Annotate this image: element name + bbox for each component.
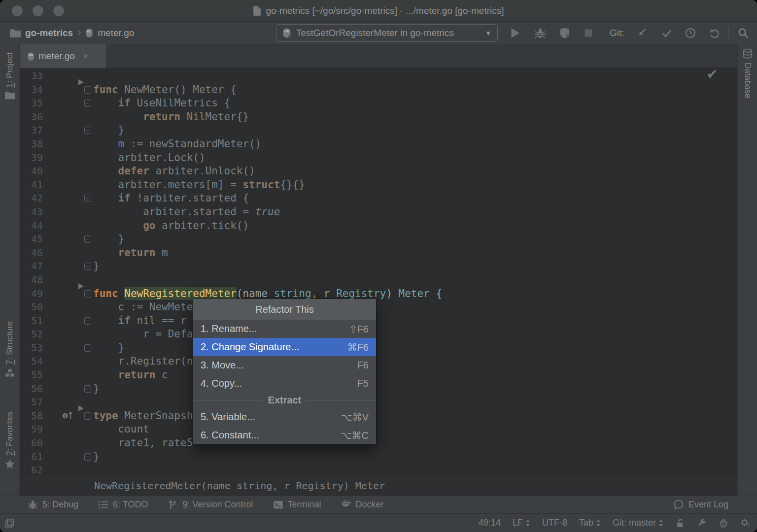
fold-marker-icon[interactable] bbox=[84, 263, 91, 270]
editor: meter.go × 33343536373839404142434445464… bbox=[20, 44, 737, 496]
gear-help-icon[interactable]: ? bbox=[740, 518, 750, 528]
tool-window-button-event-log[interactable]: Event Log bbox=[674, 499, 728, 510]
search-icon[interactable] bbox=[737, 27, 749, 39]
code-line[interactable]: func NewMeter() Meter { bbox=[93, 83, 737, 97]
popup-menu-item[interactable]: 5. Variable...⌥⌘V bbox=[193, 408, 376, 426]
git-update-icon[interactable] bbox=[636, 27, 648, 39]
code-line[interactable]: go arbiter.tick() bbox=[93, 219, 737, 233]
fold-marker-icon[interactable] bbox=[84, 127, 91, 134]
sidebar-item-favorites[interactable]: 2: Favorites bbox=[0, 412, 20, 469]
tool-window-button-docker[interactable]: Docker bbox=[341, 499, 384, 510]
line-separator-widget[interactable]: LF bbox=[513, 518, 530, 528]
run-with-coverage-button[interactable] bbox=[559, 27, 571, 39]
unlock-icon[interactable] bbox=[675, 518, 685, 528]
line-number: 36 bbox=[20, 110, 43, 124]
fold-marker-icon[interactable] bbox=[84, 195, 91, 202]
code-line[interactable]: } bbox=[93, 450, 737, 464]
editor-context-breadcrumb[interactable]: NewRegisteredMeter(name string, r Regist… bbox=[20, 476, 737, 496]
sidebar-item-project[interactable]: 1: Project bbox=[0, 52, 20, 101]
code-line[interactable]: } bbox=[93, 233, 737, 246]
ide-errors-gopher-icon[interactable] bbox=[719, 518, 728, 528]
close-window-button[interactable] bbox=[12, 5, 23, 16]
code-line[interactable]: return NilMeter{} bbox=[93, 110, 737, 124]
popup-menu-item[interactable]: 2. Change Signature...⌘F6 bbox=[193, 338, 376, 356]
code-line[interactable]: return m bbox=[93, 246, 737, 260]
breadcrumb-file[interactable]: meter.go bbox=[98, 28, 134, 38]
code-line[interactable]: r.Register(n bbox=[93, 355, 737, 368]
encoding-widget[interactable]: UTF-8 bbox=[542, 518, 567, 528]
wrench-icon[interactable] bbox=[697, 518, 707, 528]
code-line[interactable]: rate1, rate5 bbox=[93, 436, 737, 450]
sidebar-item-database[interactable]: Database bbox=[738, 48, 757, 99]
tool-window-button-9-version-control[interactable]: 9: Version Control bbox=[168, 499, 253, 510]
code-line[interactable]: } bbox=[93, 124, 737, 137]
tool-windows-toggle-icon[interactable] bbox=[5, 518, 15, 528]
code-line[interactable]: func NewRegisteredMeter(name string, r R… bbox=[93, 287, 737, 301]
code-line[interactable]: m := newStandardMeter() bbox=[93, 137, 737, 151]
sidebar-item-structure[interactable]: 7: Structure bbox=[0, 321, 20, 378]
implemented-gutter-icon[interactable]: i bbox=[62, 411, 74, 421]
git-branch-widget[interactable]: Git: master bbox=[613, 518, 663, 528]
code-line[interactable] bbox=[93, 69, 737, 83]
code-line[interactable]: return c bbox=[93, 368, 737, 382]
code-area[interactable]: 3334353637383940414243444546474849505152… bbox=[20, 68, 737, 476]
toolbar-separator bbox=[601, 27, 601, 39]
tab-label: meter.go bbox=[38, 51, 75, 62]
code-line[interactable]: if !arbiter.started { bbox=[93, 192, 737, 205]
fold-marker-icon[interactable] bbox=[84, 412, 91, 420]
fold-marker-icon[interactable] bbox=[84, 290, 91, 298]
history-clock-icon[interactable] bbox=[685, 27, 696, 39]
close-tab-icon[interactable]: × bbox=[83, 51, 88, 62]
fold-marker-icon[interactable] bbox=[84, 86, 91, 94]
code-text[interactable]: func NewMeter() Meter { if UseNilMetrics… bbox=[93, 69, 737, 476]
code-line[interactable]: arbiter.Lock() bbox=[93, 151, 737, 165]
tool-window-button-6-todo[interactable]: 6: TODO bbox=[98, 499, 148, 510]
fold-marker-icon[interactable] bbox=[84, 344, 91, 352]
code-line[interactable]: if UseNilMetrics { bbox=[93, 97, 737, 110]
popup-menu-item[interactable]: 1. Rename...⇧F6 bbox=[193, 320, 376, 338]
run-gutter-icon[interactable] bbox=[77, 79, 84, 86]
code-line[interactable]: r = Defa bbox=[93, 328, 737, 341]
code-line[interactable]: arbiter.meters[m] = struct{}{} bbox=[93, 178, 737, 192]
code-line[interactable]: c := NewMete bbox=[93, 300, 737, 314]
git-commit-icon[interactable] bbox=[661, 27, 673, 39]
code-line[interactable]: defer arbiter.Unlock() bbox=[93, 165, 737, 178]
tool-window-button-terminal[interactable]: Terminal bbox=[273, 499, 321, 510]
breadcrumb-project[interactable]: go-metrics bbox=[25, 28, 73, 38]
code-line[interactable]: count bbox=[93, 423, 737, 436]
popup-title: Refactor This bbox=[193, 299, 376, 320]
stop-button[interactable] bbox=[583, 27, 594, 39]
indent-widget[interactable]: Tab bbox=[579, 518, 601, 528]
tool-window-button-5-debug[interactable]: 5: Debug bbox=[28, 499, 78, 510]
gopher-file-icon bbox=[85, 28, 93, 38]
menu-item-shortcut: ⌥⌘V bbox=[341, 411, 369, 423]
code-line[interactable]: arbiter.started = true bbox=[93, 205, 737, 219]
fold-marker-icon[interactable] bbox=[84, 235, 91, 243]
fold-marker-icon[interactable] bbox=[84, 453, 91, 461]
fold-marker-icon[interactable] bbox=[84, 100, 91, 107]
inspection-status-icon[interactable]: ✔ bbox=[707, 68, 718, 82]
code-line[interactable]: } bbox=[93, 382, 737, 396]
code-line[interactable]: type MeterSnapsh bbox=[93, 409, 737, 423]
run-configuration-select[interactable]: TestGetOrRegisterMeter in go-metrics ▼ bbox=[276, 24, 498, 42]
run-gutter-icon[interactable] bbox=[77, 405, 84, 412]
run-button[interactable] bbox=[509, 27, 521, 39]
debug-button[interactable] bbox=[534, 27, 546, 39]
code-line[interactable]: if nil == r bbox=[93, 314, 737, 328]
popup-menu-item[interactable]: 4. Copy...F5 bbox=[193, 374, 376, 393]
caret-position[interactable]: 49:14 bbox=[479, 518, 501, 528]
code-line[interactable] bbox=[93, 396, 737, 409]
fold-marker-icon[interactable] bbox=[84, 317, 91, 325]
tab-meter-go[interactable]: meter.go × bbox=[20, 44, 106, 68]
popup-menu-item[interactable]: 6. Constant...⌥⌘C bbox=[193, 426, 376, 444]
zoom-window-button[interactable] bbox=[53, 5, 64, 16]
fold-marker-icon[interactable] bbox=[84, 385, 91, 393]
run-gutter-icon[interactable] bbox=[77, 283, 84, 290]
code-line[interactable] bbox=[93, 273, 737, 287]
code-line[interactable]: } bbox=[93, 260, 737, 273]
popup-menu-item[interactable]: 3. Move...F6 bbox=[193, 356, 376, 374]
rollback-icon[interactable] bbox=[708, 27, 720, 39]
minimize-window-button[interactable] bbox=[33, 5, 43, 16]
code-line[interactable] bbox=[93, 464, 737, 476]
code-line[interactable]: } bbox=[93, 341, 737, 355]
